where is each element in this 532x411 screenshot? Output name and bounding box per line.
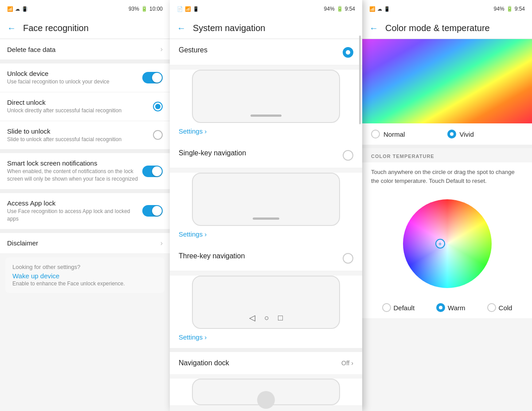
gestures-settings-link[interactable]: Settings › (179, 127, 353, 135)
section-gap-3 (0, 190, 170, 193)
right-sim-icon: 📱 (384, 6, 390, 12)
color-wheel-dot[interactable]: + (435, 239, 445, 249)
access-app-lock-toggle[interactable] (142, 205, 163, 217)
nav-dock-circle (257, 391, 275, 409)
nav-dock-row[interactable]: Navigation dock Off › (170, 352, 362, 374)
wifi-icon: ☁ (15, 6, 20, 12)
nav-dock-divider (170, 348, 362, 352)
vivid-mode-label: Vivid (460, 130, 474, 138)
smart-lock-desc: When enabled, the content of notificatio… (7, 168, 142, 183)
default-temp-label: Default (394, 304, 415, 312)
right-wifi-icon: ☁ (377, 6, 382, 12)
center-back-button[interactable]: ← (177, 23, 186, 33)
face-recognition-panel: 📶 ☁ 📳 93% 🔋 10:00 ← Face recognition Del… (0, 0, 170, 411)
gestures-label: Gestures (179, 46, 207, 54)
home-key-icon: ○ (264, 313, 269, 323)
direct-unlock-row[interactable]: Direct unlock Unlock directly after succ… (0, 92, 170, 121)
vivid-mode-option[interactable]: Vivid (447, 130, 524, 138)
three-key-settings-link-row: Settings › (170, 329, 362, 348)
looking-title: Looking for other settings? (12, 264, 157, 270)
unlock-device-toggle[interactable] (142, 72, 163, 83)
status-icons-left: 📶 ☁ 📳 (7, 6, 28, 12)
three-key-label: Three-key navigation (179, 252, 245, 260)
center-battery-text: 94% (324, 6, 335, 12)
right-status-left: 📶 ☁ 📱 (369, 6, 390, 12)
center-time-text: 9:54 (345, 6, 355, 12)
right-back-button[interactable]: ← (369, 23, 378, 33)
single-key-settings-link-row: Settings › (170, 226, 362, 245)
gestures-phone-mockup (192, 70, 340, 123)
access-app-lock-label: Access App lock (7, 199, 142, 207)
normal-mode-radio[interactable] (371, 130, 380, 138)
disclaimer-row[interactable]: Disclaimer › (0, 233, 170, 254)
temp-options-row: Default Warm Cold (362, 297, 532, 318)
color-section-divider (362, 145, 532, 148)
color-wheel[interactable]: + (403, 199, 492, 288)
color-temp-title: COLOR TEMPERATURE (371, 154, 523, 159)
color-wheel-container[interactable]: + (362, 190, 532, 297)
right-battery-text: 94% (494, 6, 505, 12)
direct-unlock-label: Direct unlock (7, 99, 153, 106)
three-key-icons: ◁ ○ □ (249, 313, 283, 323)
nav-dock-value-text: Off › (341, 360, 353, 367)
unlock-device-row[interactable]: Unlock device Use facial recognition to … (0, 63, 170, 92)
gesture-bar (250, 115, 282, 117)
right-battery-icon: 🔋 (506, 6, 513, 12)
single-key-bar (253, 217, 279, 220)
delete-face-data-row[interactable]: Delete face data › (0, 39, 170, 60)
color-mode-options: Normal Vivid (362, 123, 532, 145)
gestures-settings-link-row: Settings › (170, 123, 362, 142)
delete-face-label: Delete face data (7, 46, 160, 53)
nav-dock-label: Navigation dock (179, 359, 229, 367)
single-key-phone-mockup (192, 173, 340, 226)
system-navigation-panel: 📄 📶 📱 94% 🔋 9:54 ← System navigation Ges… (170, 0, 362, 411)
three-key-radio[interactable] (343, 253, 353, 264)
single-key-mockup-wrapper (170, 173, 362, 226)
back-key-icon: ◁ (249, 313, 255, 323)
signal-icon: 📶 (7, 6, 13, 12)
vivid-mode-radio[interactable] (447, 130, 456, 138)
default-temp-option[interactable]: Default (382, 303, 415, 312)
back-button[interactable]: ← (7, 23, 16, 33)
looking-box: Looking for other settings? Wake up devi… (5, 257, 164, 293)
smart-lock-notifications-row[interactable]: Smart lock screen notifications When ena… (0, 153, 170, 190)
access-app-lock-row[interactable]: Access App lock Use Face recognition to … (0, 193, 170, 229)
face-recognition-header: ← Face recognition (0, 18, 170, 39)
recent-key-icon: □ (278, 313, 283, 323)
three-key-nav-item[interactable]: Three-key navigation (170, 245, 362, 271)
default-temp-radio[interactable] (382, 303, 391, 312)
chevron-icon: › (160, 45, 163, 53)
section-gap-1 (0, 60, 170, 63)
warm-temp-option[interactable]: Warm (436, 303, 465, 312)
access-app-lock-desc: Use Face recognition to access App lock … (7, 208, 142, 223)
right-signal-icon: 📶 (369, 6, 376, 12)
center-page-title: System navigation (193, 23, 265, 33)
cold-temp-option[interactable]: Cold (487, 303, 512, 312)
status-bar-right: 📶 ☁ 📱 94% 🔋 9:54 (362, 0, 532, 18)
gestures-nav-item[interactable]: Gestures (170, 39, 362, 65)
single-key-radio[interactable] (343, 150, 353, 161)
single-key-label: Single-key navigation (179, 149, 246, 157)
cold-temp-radio[interactable] (487, 303, 496, 312)
status-bar-left: 📶 ☁ 📳 93% 🔋 10:00 (0, 0, 170, 18)
direct-unlock-radio[interactable] (153, 102, 163, 111)
wake-up-link[interactable]: Wake up device (12, 272, 157, 280)
single-key-nav-item[interactable]: Single-key navigation (170, 142, 362, 168)
warm-temp-radio[interactable] (436, 303, 445, 312)
smart-lock-toggle[interactable] (142, 166, 163, 177)
normal-mode-option[interactable]: Normal (371, 130, 447, 138)
slide-unlock-row[interactable]: Slide to unlock Slide to unlock after su… (0, 121, 170, 150)
normal-mode-label: Normal (383, 130, 405, 138)
three-key-mockup-wrapper: ◁ ○ □ (170, 276, 362, 329)
battery-text: 93% (129, 6, 139, 12)
scroll-indicator (359, 36, 361, 124)
disclaimer-label: Disclaimer (7, 239, 38, 247)
center-wifi-icon: 📶 (185, 6, 191, 12)
warm-temp-label: Warm (448, 304, 465, 312)
slide-unlock-radio[interactable] (153, 130, 163, 140)
cold-temp-label: Cold (499, 304, 512, 312)
page-title: Face recognition (23, 23, 89, 33)
single-key-settings-link[interactable]: Settings › (179, 230, 353, 238)
gestures-radio[interactable] (343, 47, 353, 58)
three-key-settings-link[interactable]: Settings › (179, 333, 353, 341)
